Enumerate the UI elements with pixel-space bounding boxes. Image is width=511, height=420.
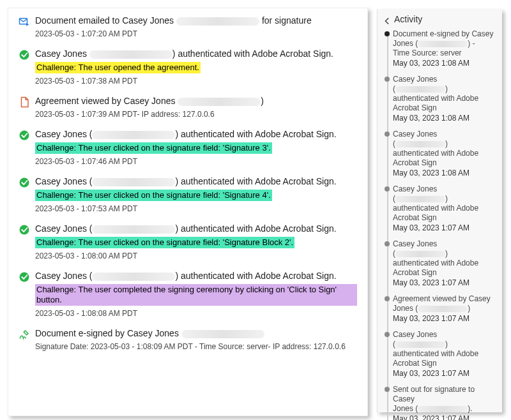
activity-item[interactable]: Casey Jones()authenticated with AdobeAcr… (393, 239, 498, 288)
activity-item-line: Acrobat Sign (393, 158, 498, 168)
activity-item-date: May 03, 2023 1:08 AM (393, 114, 498, 123)
audit-event-time: 2023-05-03 - 1:07:53 AM PDT (35, 204, 357, 214)
activity-item[interactable]: Document e-signed by CaseyJones () -Time… (393, 29, 498, 68)
activity-item-line: Casey Jones (393, 184, 498, 194)
activity-back-button[interactable]: Activity (384, 13, 498, 29)
redacted-email (418, 306, 468, 312)
activity-header-label: Activity (394, 14, 422, 24)
activity-item-line: authenticated with Adobe (393, 149, 498, 158)
redacted-email (181, 330, 264, 338)
audit-event: Casey Jones ) authenticated with Adobe A… (19, 48, 357, 86)
audit-event: Casey Jones () authenticated with Adobe … (19, 176, 357, 214)
redacted-email (418, 41, 468, 47)
svg-point-3 (20, 178, 29, 188)
svg-point-4 (20, 225, 29, 235)
activity-item-line: Sent out for signature to Casey (393, 385, 498, 404)
activity-item-line: () (393, 84, 498, 94)
redacted-email (89, 50, 172, 59)
activity-item[interactable]: Sent out for signature to CaseyJones ().… (393, 385, 498, 420)
audit-event-title: Document emailed to Casey Jones for sign… (35, 15, 357, 26)
redacted-email (176, 17, 259, 26)
audit-event: Document e-signed by Casey Jones Signatu… (19, 327, 357, 352)
check-icon (19, 271, 30, 283)
activity-item-line: authenticated with Adobe (393, 204, 498, 213)
audit-event-challenge: Challenge: The user clicked on the signa… (35, 237, 294, 248)
activity-item[interactable]: Casey Jones()authenticated with AdobeAcr… (393, 130, 498, 178)
redacted-email (92, 178, 175, 186)
activity-item-line: Acrobat Sign (393, 359, 498, 368)
activity-item-line: Casey Jones (393, 239, 498, 249)
activity-panel: Activity Document e-signed by CaseyJones… (377, 9, 502, 412)
activity-item-line: authenticated with Adobe (393, 94, 498, 103)
redacted-email (395, 141, 445, 147)
activity-item-line: () (393, 139, 498, 149)
audit-report: Document emailed to Casey Jones for sign… (8, 8, 368, 416)
audit-event-title: Casey Jones ) authenticated with Adobe A… (35, 48, 357, 59)
audit-event: Casey Jones () authenticated with Adobe … (19, 270, 357, 319)
audit-event-time: 2023-05-03 - 1:08:08 AM PDT (35, 308, 357, 319)
audit-event-time: 2023-05-03 - 1:07:39 AM PDT- IP address:… (35, 109, 357, 119)
audit-event-title: Casey Jones () authenticated with Adobe … (35, 270, 357, 281)
redacted-email (395, 341, 445, 348)
activity-item-date: May 03, 2023 1:07 AM (393, 314, 498, 324)
redacted-email (418, 406, 468, 412)
activity-item-date: May 03, 2023 1:08 AM (393, 169, 498, 178)
email-icon (19, 16, 30, 27)
activity-item-date: May 03, 2023 1:07 AM (393, 278, 498, 288)
audit-event-challenge: Challenge: The user completed the signin… (35, 284, 357, 306)
check-icon (19, 130, 30, 141)
activity-item-date: May 03, 2023 1:07 AM (393, 414, 498, 420)
redacted-email (178, 98, 261, 106)
audit-event-title: Casey Jones () authenticated with Adobe … (35, 176, 357, 187)
activity-item[interactable]: Agreement viewed by CaseyJones ()May 03,… (393, 294, 498, 324)
activity-item-line: Casey Jones (393, 330, 498, 340)
view-icon (19, 96, 30, 108)
activity-item-date: May 03, 2023 1:07 AM (393, 369, 498, 379)
audit-event-time: 2023-05-03 - 1:07:38 AM PDT (35, 76, 357, 86)
audit-event-time: Signature Date: 2023-05-03 - 1:08:09 AM … (35, 341, 357, 352)
activity-item-line: () (393, 194, 498, 204)
audit-event: Casey Jones () authenticated with Adobe … (19, 223, 357, 261)
activity-item-line: Jones () - (393, 39, 498, 49)
svg-point-1 (20, 50, 29, 60)
redacted-email (395, 251, 445, 257)
audit-event-time: 2023-05-03 - 1:07:46 AM PDT (35, 156, 357, 167)
activity-item[interactable]: Casey Jones()authenticated with AdobeAcr… (393, 75, 498, 123)
activity-item[interactable]: Casey Jones()authenticated with AdobeAcr… (393, 330, 498, 379)
activity-item-line: authenticated with Adobe (393, 259, 498, 268)
check-icon (19, 49, 30, 61)
audit-event-title: Casey Jones () authenticated with Adobe … (35, 128, 357, 140)
check-icon (19, 224, 30, 236)
activity-item-line: () (393, 249, 498, 259)
svg-point-5 (20, 273, 29, 282)
activity-item-line: Casey Jones (393, 130, 498, 139)
activity-item-line: Acrobat Sign (393, 103, 498, 113)
activity-item-date: May 03, 2023 1:07 AM (393, 223, 498, 233)
chevron-left-icon (384, 16, 390, 22)
audit-event-challenge: Challenge: The user clicked on the signa… (35, 190, 272, 201)
activity-item-line: Acrobat Sign (393, 268, 498, 278)
activity-item-line: Jones (). (393, 404, 498, 414)
activity-item-line: Document e-signed by Casey (393, 29, 498, 39)
sign-icon (19, 329, 30, 340)
redacted-email (92, 225, 175, 234)
activity-item-line: authenticated with Adobe (393, 349, 498, 359)
activity-item-line: Time Source: server (393, 49, 498, 58)
redacted-email (92, 131, 175, 139)
activity-item-line: Jones () (393, 304, 498, 313)
redacted-email (92, 273, 175, 281)
redacted-email (395, 86, 445, 93)
audit-event-time: 2023-05-03 - 1:08:00 AM PDT (35, 251, 357, 261)
activity-item-line: Acrobat Sign (393, 213, 498, 223)
audit-event: Agreement viewed by Casey Jones )2023-05… (19, 95, 357, 119)
audit-event-title: Document e-signed by Casey Jones (35, 327, 357, 339)
activity-item-line: Casey Jones (393, 75, 498, 84)
check-icon (19, 177, 30, 188)
svg-point-2 (20, 131, 29, 140)
audit-event-time: 2023-05-03 - 1:07:20 AM PDT (35, 29, 357, 39)
audit-event-title: Casey Jones () authenticated with Adobe … (35, 223, 357, 234)
activity-item[interactable]: Casey Jones()authenticated with AdobeAcr… (393, 184, 498, 233)
audit-event-title: Agreement viewed by Casey Jones ) (35, 95, 357, 107)
audit-event: Document emailed to Casey Jones for sign… (19, 15, 357, 39)
activity-timeline: Document e-signed by CaseyJones () -Time… (384, 29, 498, 420)
